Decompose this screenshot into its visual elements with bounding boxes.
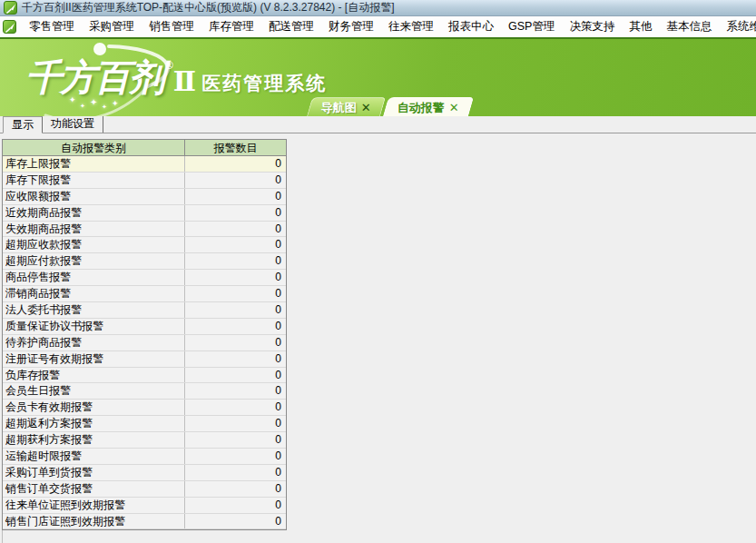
alarm-count-cell: 0 [185,351,286,367]
table-row[interactable]: 销售门店证照到效期报警0 [3,514,286,530]
alarm-category-cell: 滞销商品报警 [3,286,185,301]
table-row[interactable]: 超期获利方案报警0 [3,432,286,449]
alarm-category-cell: 会员卡有效期报警 [3,400,185,415]
menu-item-配送管理[interactable]: 配送管理 [261,16,321,37]
document-tab-bar: 导航图✕自动报警✕ [309,97,474,116]
table-row[interactable]: 超期应收款报警0 [3,237,286,253]
menu-item-基本信息[interactable]: 基本信息 [659,16,719,37]
alarm-count-cell: 0 [185,205,286,221]
alarm-count-cell: 0 [185,237,286,252]
table-row[interactable]: 应收限额报警0 [3,189,286,205]
alarm-category-cell: 应收限额报警 [3,189,185,204]
menu-item-采购管理[interactable]: 采购管理 [82,16,142,37]
menu-item-零售管理[interactable]: 零售管理 [22,16,82,37]
sparkle-icon: ✦ [80,103,85,110]
menu-bar: 零售管理采购管理销售管理库存管理配送管理财务管理往来管理报表中心GSP管理决策支… [0,16,756,37]
alarm-category-cell: 采购订单到货报警 [3,465,185,480]
alarm-category-cell: 待养护商品报警 [3,335,185,350]
menu-item-往来管理[interactable]: 往来管理 [381,16,441,37]
content-area: 自动报警类别 报警数目 库存上限报警0库存下限报警0应收限额报警0近效期商品报警… [0,133,756,543]
alarm-category-cell: 质量保证协议书报警 [3,319,185,334]
sparkle-icon: ✦ [112,99,119,108]
alarm-category-cell: 近效期商品报警 [3,205,185,221]
brand-banner: 千方百剂 ® Ⅱ 医药管理系统 ✦ ✦ ✦ ✦ ✦ 导航图✕自动报警✕ [0,37,756,116]
alarm-count-cell: 0 [185,319,286,334]
alarm-count-cell: 0 [185,416,286,431]
alarm-count-cell: 0 [185,286,286,301]
menu-item-销售管理[interactable]: 销售管理 [142,16,201,37]
alarm-count-cell: 0 [185,498,286,513]
doc-tab-自动报警[interactable]: 自动报警✕ [383,97,474,116]
table-row[interactable]: 法人委托书报警0 [3,302,286,319]
view-tab-bar: 显示功能设置 [0,116,756,133]
table-row[interactable]: 近效期商品报警0 [3,205,286,222]
alarm-count-cell: 0 [185,383,286,399]
menu-item-决策支持[interactable]: 决策支持 [562,16,622,37]
alarm-count-cell: 0 [185,465,286,480]
alarm-count-cell: 0 [185,253,286,269]
alarm-count-cell: 0 [185,335,286,350]
alarm-category-cell: 库存下限报警 [3,173,185,188]
alarm-category-cell: 注册证号有效期报警 [3,351,185,367]
logo-main-text: 千方百剂 [25,59,163,95]
table-row[interactable]: 会员生日报警0 [3,383,286,400]
alarm-category-cell: 超期应收款报警 [3,237,185,252]
table-row[interactable]: 注册证号有效期报警0 [3,351,286,368]
table-row[interactable]: 采购订单到货报警0 [3,465,286,481]
view-tab-功能设置[interactable]: 功能设置 [43,116,103,133]
menu-item-其他[interactable]: 其他 [622,16,659,37]
table-row[interactable]: 负库存报警0 [3,368,286,384]
alarm-count-cell: 0 [185,173,286,188]
app-logo-icon [4,1,17,15]
menu-item-GSP管理[interactable]: GSP管理 [501,16,562,37]
table-row[interactable]: 质量保证协议书报警0 [3,319,286,335]
tab-close-icon[interactable]: ✕ [361,102,371,114]
alarm-category-cell: 法人委托书报警 [3,302,185,318]
column-header-count[interactable]: 报警数目 [185,140,286,155]
alarm-category-cell: 运输超时限报警 [3,449,185,464]
logo-subtitle: 医药管理系统 [201,74,327,93]
table-row[interactable]: 往来单位证照到效期报警0 [3,498,286,514]
table-row[interactable]: 失效期商品报警0 [3,222,286,238]
menu-item-财务管理[interactable]: 财务管理 [321,16,381,37]
column-header-category[interactable]: 自动报警类别 [3,140,185,155]
alarm-count-cell: 0 [185,222,286,237]
table-row[interactable]: 待养护商品报警0 [3,335,286,351]
tab-close-icon[interactable]: ✕ [449,102,459,114]
alarm-category-cell: 失效期商品报警 [3,222,185,237]
titlebar: 千方百剂II医药管理系统TOP-配送中心版(预览版) (V 8.2.3.2784… [0,0,756,16]
alarm-category-cell: 商品停售报警 [3,270,185,285]
doc-tab-label: 自动报警 [398,102,445,114]
table-row[interactable]: 销售订单交货报警0 [3,481,286,498]
table-row[interactable]: 超期应付款报警0 [3,253,286,270]
alarm-count-cell: 0 [185,302,286,318]
app-logo-icon-small[interactable] [3,20,16,34]
alarm-category-cell: 超期返利方案报警 [3,416,185,431]
sparkle-icon: ✦ [90,97,97,107]
window-title: 千方百剂II医药管理系统TOP-配送中心版(预览版) (V 8.2.3.2784… [22,0,395,15]
menu-item-库存管理[interactable]: 库存管理 [201,16,261,37]
alarm-count-cell: 0 [185,449,286,464]
menu-item-系统维护[interactable]: 系统维护 [719,16,756,37]
table-row[interactable]: 库存上限报警0 [3,156,286,173]
registered-trademark-icon: ® [165,59,173,72]
alarm-category-cell: 会员生日报警 [3,383,185,399]
alarm-count-cell: 0 [185,156,286,172]
sparkle-icon: ✦ [102,104,107,111]
menu-bar-items: 零售管理采购管理销售管理库存管理配送管理财务管理往来管理报表中心GSP管理决策支… [22,16,756,37]
view-tab-显示[interactable]: 显示 [3,116,43,133]
logo-numeral: Ⅱ [173,68,196,95]
doc-tab-导航图[interactable]: 导航图✕ [307,97,386,116]
menu-item-报表中心[interactable]: 报表中心 [441,16,501,37]
alarm-count-cell: 0 [185,400,286,415]
alarm-count-cell: 0 [185,189,286,204]
table-row[interactable]: 运输超时限报警0 [3,449,286,465]
table-row[interactable]: 库存下限报警0 [3,173,286,189]
alarm-category-cell: 销售门店证照到效期报警 [3,514,185,529]
table-row[interactable]: 滞销商品报警0 [3,286,286,302]
alarm-count-cell: 0 [185,481,286,497]
table-row[interactable]: 超期返利方案报警0 [3,416,286,432]
table-row[interactable]: 会员卡有效期报警0 [3,400,286,416]
table-row[interactable]: 商品停售报警0 [3,270,286,286]
alarm-category-cell: 超期应付款报警 [3,253,185,269]
